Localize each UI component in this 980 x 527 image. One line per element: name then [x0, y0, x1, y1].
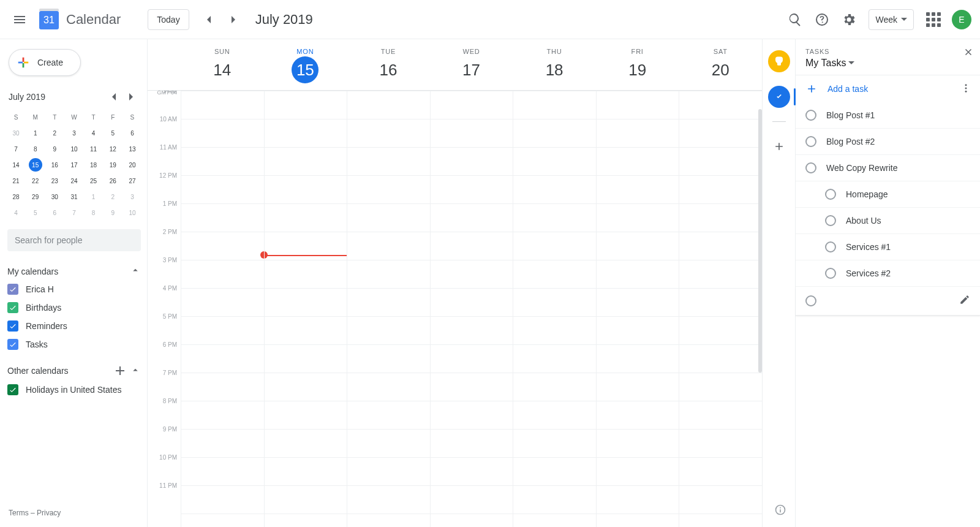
mini-day-cell[interactable]: 26 [106, 174, 119, 188]
day-number[interactable]: 14 [209, 56, 236, 83]
calendar-item[interactable]: Tasks [7, 339, 141, 350]
mini-day-cell[interactable]: 25 [87, 174, 100, 188]
mini-day-cell[interactable]: 2 [48, 126, 61, 140]
get-addons-button[interactable] [768, 135, 790, 157]
help-button[interactable] [810, 7, 834, 32]
day-number[interactable]: 17 [458, 56, 485, 83]
add-task-button[interactable]: Add a task [796, 75, 980, 102]
mini-day-cell[interactable]: 5 [29, 206, 42, 219]
task-item[interactable]: Blog Post #1 [796, 102, 980, 129]
mini-day-cell[interactable]: 3 [126, 190, 139, 203]
task-complete-toggle[interactable] [805, 162, 816, 173]
task-complete-toggle[interactable] [825, 189, 836, 200]
task-item[interactable]: Services #2 [796, 260, 980, 287]
mini-day-cell[interactable]: 6 [126, 126, 139, 140]
day-number[interactable]: 18 [541, 56, 568, 83]
new-task-row[interactable] [796, 287, 980, 316]
day-header[interactable]: MON15 [264, 39, 347, 90]
scrollbar[interactable] [758, 109, 762, 373]
mini-day-cell[interactable]: 9 [106, 206, 119, 219]
mini-day-cell[interactable]: 18 [87, 158, 100, 172]
mini-day-cell[interactable]: 28 [9, 190, 23, 203]
task-list-selector[interactable]: My Tasks [805, 58, 970, 69]
mini-day-cell[interactable]: 5 [106, 126, 119, 140]
day-number[interactable]: 15 [292, 56, 318, 83]
mini-day-cell[interactable]: 7 [67, 206, 81, 219]
mini-day-cell[interactable]: 15 [29, 158, 42, 172]
calendar-item[interactable]: Erica H [7, 284, 141, 295]
mini-day-cell[interactable]: 29 [29, 190, 42, 203]
settings-button[interactable] [837, 7, 861, 32]
mini-next-button[interactable] [123, 88, 140, 105]
mini-day-cell[interactable]: 8 [29, 142, 42, 156]
task-complete-toggle[interactable] [805, 110, 816, 121]
task-item[interactable]: About Us [796, 208, 980, 234]
mini-day-cell[interactable]: 1 [29, 126, 42, 140]
mini-day-cell[interactable]: 4 [9, 206, 23, 219]
search-people-input[interactable]: Search for people [7, 229, 141, 251]
mini-day-cell[interactable]: 12 [106, 142, 119, 156]
calendar-item[interactable]: Reminders [7, 320, 141, 332]
calendar-checkbox[interactable] [7, 284, 18, 295]
task-item[interactable]: Blog Post #2 [796, 129, 980, 155]
task-complete-toggle[interactable] [825, 215, 836, 226]
mini-day-cell[interactable]: 22 [29, 174, 42, 188]
mini-day-cell[interactable]: 31 [67, 190, 81, 203]
day-header[interactable]: FRI19 [596, 39, 679, 90]
mini-day-cell[interactable]: 3 [67, 126, 81, 140]
product-logo[interactable]: 31 Calendar [37, 9, 121, 31]
other-calendars-toggle[interactable]: Other calendars [7, 363, 141, 378]
week-grid[interactable]: GMT-04 9 AM10 AM11 AM12 PM1 PM2 PM3 PM4 … [148, 91, 762, 527]
calendar-checkbox[interactable] [7, 384, 18, 395]
day-header[interactable]: SAT20 [679, 39, 762, 90]
day-header[interactable]: WED17 [430, 39, 513, 90]
mini-day-cell[interactable]: 4 [87, 126, 100, 140]
mini-day-cell[interactable]: 10 [67, 142, 81, 156]
day-header[interactable]: SUN14 [181, 39, 264, 90]
task-complete-toggle[interactable] [825, 241, 836, 252]
today-button[interactable]: Today [148, 9, 189, 30]
mini-day-cell[interactable]: 24 [67, 174, 81, 188]
day-number[interactable]: 20 [707, 56, 734, 83]
view-select[interactable]: Week [869, 9, 914, 30]
mini-day-cell[interactable]: 21 [9, 174, 23, 188]
task-list-menu-button[interactable] [960, 83, 971, 96]
calendar-item[interactable]: Holidays in United States [7, 384, 141, 395]
mini-calendar[interactable]: SMTWTFS301234567891011121314151617181920… [7, 109, 141, 221]
close-tasks-button[interactable] [963, 47, 974, 60]
mini-day-cell[interactable]: 8 [87, 206, 100, 219]
mini-day-cell[interactable]: 7 [9, 142, 23, 156]
google-apps-button[interactable] [921, 7, 946, 32]
main-menu-button[interactable] [7, 7, 32, 32]
task-item[interactable]: Web Copy Rewrite [796, 155, 980, 181]
next-period-button[interactable] [221, 7, 246, 32]
mini-day-cell[interactable]: 20 [126, 158, 139, 172]
calendar-checkbox[interactable] [7, 302, 18, 313]
account-avatar[interactable]: E [952, 10, 971, 29]
edit-task-button[interactable] [959, 294, 970, 308]
mini-day-cell[interactable]: 1 [87, 190, 100, 203]
day-header[interactable]: TUE16 [347, 39, 430, 90]
calendar-checkbox[interactable] [7, 320, 18, 332]
privacy-link[interactable]: Privacy [37, 509, 61, 517]
mini-day-cell[interactable]: 19 [106, 158, 119, 172]
mini-day-cell[interactable]: 13 [126, 142, 139, 156]
my-calendars-toggle[interactable]: My calendars [7, 265, 141, 278]
task-item[interactable]: Services #1 [796, 234, 980, 260]
mini-day-cell[interactable]: 9 [48, 142, 61, 156]
tasks-app-button[interactable] [768, 86, 790, 108]
mini-day-cell[interactable]: 2 [106, 190, 119, 203]
day-number[interactable]: 16 [375, 56, 402, 83]
create-button[interactable]: Create [9, 49, 81, 76]
mini-day-cell[interactable]: 14 [9, 158, 23, 172]
mini-day-cell[interactable]: 16 [48, 158, 61, 172]
mini-day-cell[interactable]: 30 [9, 126, 23, 140]
task-item[interactable]: Homepage [796, 181, 980, 208]
terms-link[interactable]: Terms [9, 509, 29, 517]
mini-prev-button[interactable] [105, 88, 123, 105]
task-complete-toggle[interactable] [805, 136, 816, 147]
add-other-calendar-button[interactable] [113, 363, 127, 378]
mini-day-cell[interactable]: 6 [48, 206, 61, 219]
calendar-item[interactable]: Birthdays [7, 302, 141, 313]
mini-day-cell[interactable]: 10 [126, 206, 139, 219]
